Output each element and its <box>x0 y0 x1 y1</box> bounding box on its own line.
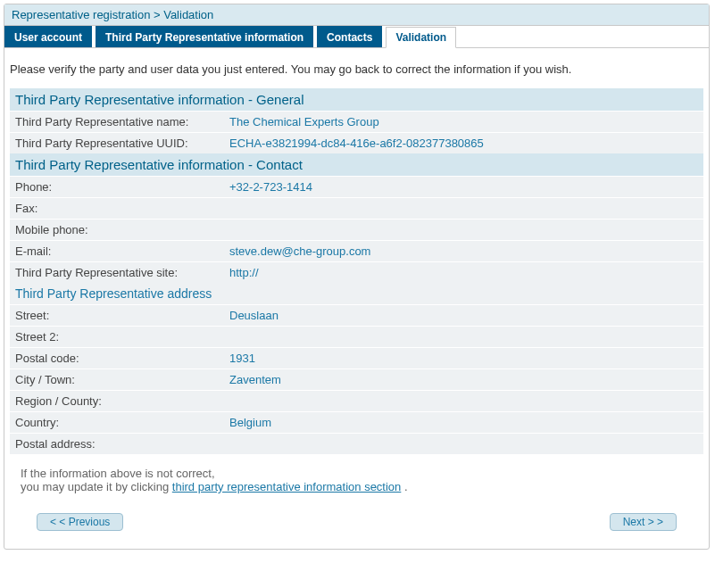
value-mobile <box>229 223 698 236</box>
tab-user-account[interactable]: User account <box>4 26 92 47</box>
row-name: Third Party Representative name: The Che… <box>10 111 703 132</box>
intro-text: Please verify the party and user data yo… <box>10 54 703 88</box>
content-area: Please verify the party and user data yo… <box>4 48 709 549</box>
breadcrumb: Representative registration > Validation <box>4 4 709 26</box>
label-region: Region / County: <box>15 394 229 408</box>
value-country: Belgium <box>229 416 698 429</box>
footer-note: If the information above is not correct,… <box>10 454 703 508</box>
row-city: City / Town: Zaventem <box>10 369 703 390</box>
label-country: Country: <box>15 416 229 429</box>
link-tpr-section[interactable]: third party representative information s… <box>172 480 402 493</box>
nav-buttons: < < Previous Next > > <box>10 508 703 543</box>
next-button[interactable]: Next > > <box>610 513 677 531</box>
label-name: Third Party Representative name: <box>15 115 229 128</box>
label-mobile: Mobile phone: <box>15 223 229 236</box>
value-site: http:// <box>229 266 698 279</box>
value-email: steve.dew@che-group.com <box>229 244 698 258</box>
row-street2: Street 2: <box>10 326 703 347</box>
main-window: Representative registration > Validation… <box>4 4 710 550</box>
section-address-header: Third Party Representative address <box>10 283 703 304</box>
footer-line1: If the information above is not correct, <box>21 467 698 480</box>
value-fax <box>229 202 698 215</box>
row-fax: Fax: <box>10 197 703 219</box>
label-email: E-mail: <box>15 244 229 258</box>
label-phone: Phone: <box>15 180 229 194</box>
value-street: Deuslaan <box>229 309 698 322</box>
row-phone: Phone: +32-2-723-1414 <box>10 176 703 197</box>
label-fax: Fax: <box>15 202 229 215</box>
row-region: Region / County: <box>10 390 703 411</box>
row-postaladdr: Postal address: <box>10 433 703 454</box>
value-phone: +32-2-723-1414 <box>229 180 698 194</box>
row-uuid: Third Party Representative UUID: ECHA-e3… <box>10 132 703 153</box>
row-postal: Postal code: 1931 <box>10 347 703 369</box>
label-uuid: Third Party Representative UUID: <box>15 137 229 150</box>
value-postal: 1931 <box>229 352 698 365</box>
value-street2 <box>229 330 698 344</box>
footer-line2: you may update it by clicking third part… <box>21 480 698 493</box>
label-street2: Street 2: <box>15 330 229 344</box>
label-site: Third Party Representative site: <box>15 266 229 279</box>
label-postaladdr: Postal address: <box>15 437 229 451</box>
row-mobile: Mobile phone: <box>10 219 703 240</box>
value-region <box>229 394 698 408</box>
footer-line2a: you may update it by clicking <box>21 480 172 493</box>
tab-tpr-information[interactable]: Third Party Representative information <box>96 26 313 47</box>
value-name: The Chemical Experts Group <box>229 115 698 128</box>
value-uuid: ECHA-e3821994-dc84-416e-a6f2-08237738086… <box>229 137 698 150</box>
footer-line2b: . <box>401 480 407 493</box>
row-email: E-mail: steve.dew@che-group.com <box>10 240 703 261</box>
row-street: Street: Deuslaan <box>10 304 703 326</box>
row-country: Country: Belgium <box>10 411 703 433</box>
tab-contacts[interactable]: Contacts <box>317 26 382 47</box>
label-postal: Postal code: <box>15 352 229 365</box>
row-site: Third Party Representative site: http:// <box>10 261 703 283</box>
tab-validation[interactable]: Validation <box>386 27 456 48</box>
section-general-header: Third Party Representative information -… <box>10 88 703 111</box>
section-contact-header: Third Party Representative information -… <box>10 153 703 176</box>
previous-button[interactable]: < < Previous <box>37 513 123 531</box>
value-city: Zaventem <box>229 373 698 386</box>
label-city: City / Town: <box>15 373 229 386</box>
value-postaladdr <box>229 437 698 451</box>
tab-bar: User account Third Party Representative … <box>4 26 709 48</box>
label-street: Street: <box>15 309 229 322</box>
